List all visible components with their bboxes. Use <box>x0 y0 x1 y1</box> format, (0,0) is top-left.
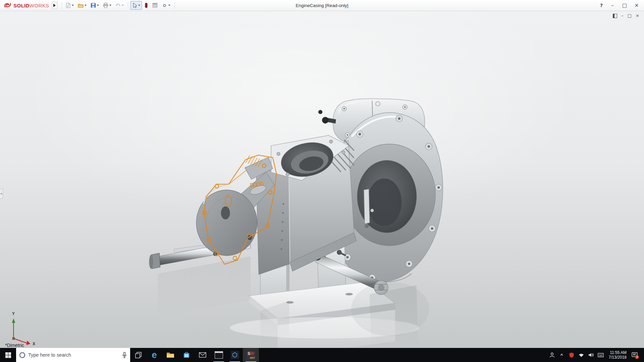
toolbar-separator <box>62 2 62 9</box>
file-explorer-icon <box>166 352 174 358</box>
solidworks-taskbar-button[interactable]: SW 2017 <box>243 348 259 362</box>
dropdown-caret-icon[interactable] <box>72 5 74 6</box>
triad-y-label: Y <box>12 311 15 316</box>
dropdown-caret-icon[interactable] <box>109 5 111 6</box>
mail-icon <box>199 352 206 358</box>
help-button[interactable]: ? <box>597 1 606 10</box>
viewport-canvas[interactable] <box>0 11 644 348</box>
print-icon <box>103 3 108 8</box>
mail-button[interactable] <box>195 348 211 362</box>
document-window-controls: – □ × <box>613 13 639 18</box>
clock-date: 7/13/2018 <box>609 355 627 360</box>
feature-panel-handle[interactable] <box>0 189 3 199</box>
design-table-button[interactable] <box>151 1 159 10</box>
logo-text: SOLIDWORKS <box>13 3 49 8</box>
logo-works: WORKS <box>30 3 49 8</box>
windows-taskbar: e SW 2017 <box>0 348 644 362</box>
solidworks-app-icon: SW 2017 <box>247 351 256 359</box>
toolbar <box>64 1 176 10</box>
panel-toggle-icon[interactable] <box>613 14 617 18</box>
sw-year-label: 2017 <box>250 357 255 359</box>
save-icon <box>91 3 96 8</box>
command-prompt-icon <box>215 351 223 359</box>
windows-logo-icon <box>5 352 11 358</box>
touch-keyboard-icon[interactable] <box>597 350 604 360</box>
task-view-icon <box>135 352 142 359</box>
people-icon[interactable] <box>548 350 556 360</box>
taskbar-clock[interactable]: 11:55 AM 7/13/2018 <box>607 350 629 360</box>
store-button[interactable] <box>178 348 195 362</box>
clock-time: 11:55 AM <box>609 350 627 355</box>
table-icon <box>152 3 158 8</box>
triad-x-label: X <box>33 342 35 346</box>
sw-letter-w: W <box>250 351 254 356</box>
cad-utility-icon <box>231 351 239 359</box>
window-controls: ? – □ × <box>597 1 642 10</box>
edge-icon: e <box>152 351 157 360</box>
edge-button[interactable]: e <box>146 348 162 362</box>
print-button[interactable] <box>101 1 113 10</box>
minimize-button[interactable]: – <box>607 1 618 10</box>
undo-icon <box>115 3 121 8</box>
toolbar-separator <box>174 2 175 9</box>
file-explorer-button[interactable] <box>162 348 178 362</box>
appearance-icon <box>144 3 148 8</box>
titlebar: SOLIDWORKS <box>0 0 644 11</box>
expand-arrow-icon <box>53 4 56 7</box>
view-orientation-label: *Dimetric <box>5 343 24 348</box>
open-button[interactable] <box>76 1 88 10</box>
new-document-icon <box>65 3 71 8</box>
ds-logo-icon <box>4 2 12 8</box>
start-button[interactable] <box>0 348 16 362</box>
search-input[interactable] <box>28 352 119 358</box>
select-tool-button[interactable] <box>130 1 142 10</box>
doc-close-button[interactable]: × <box>636 13 639 18</box>
network-icon[interactable] <box>578 350 585 360</box>
command-prompt-button[interactable] <box>211 348 227 362</box>
dropdown-caret-icon[interactable] <box>138 5 140 6</box>
close-button[interactable]: × <box>631 1 642 10</box>
notification-badge: 3 <box>635 355 639 359</box>
taskbar-search[interactable] <box>16 348 130 362</box>
new-document-button[interactable] <box>64 1 75 10</box>
task-view-button[interactable] <box>130 348 146 362</box>
menu-expand-button[interactable] <box>52 2 57 9</box>
undo-button[interactable] <box>114 1 125 10</box>
gear-icon <box>162 3 167 8</box>
dropdown-caret-icon[interactable] <box>122 5 124 6</box>
dropdown-caret-icon[interactable] <box>85 5 87 6</box>
toolbar-separator <box>128 2 128 9</box>
solidworks-logo: SOLIDWORKS <box>2 2 52 8</box>
tray-expand-chevron[interactable]: ^ <box>558 350 566 360</box>
action-center-button[interactable]: 3 <box>631 350 638 360</box>
dropdown-caret-icon[interactable] <box>168 5 170 6</box>
antivirus-shield-icon[interactable] <box>568 350 575 360</box>
chevron-up-icon: ^ <box>560 353 563 358</box>
graphics-viewport[interactable]: – □ × Y X *Dimetric <box>0 11 644 348</box>
microphone-icon[interactable] <box>122 352 127 358</box>
save-button[interactable] <box>89 1 101 10</box>
appearances-button[interactable] <box>143 1 150 10</box>
volume-icon[interactable] <box>587 350 595 360</box>
doc-restore-button[interactable]: □ <box>628 13 632 18</box>
restore-button[interactable]: □ <box>619 1 630 10</box>
options-button[interactable] <box>160 1 172 10</box>
cad-utility-button[interactable] <box>227 348 243 362</box>
cortana-icon <box>19 352 25 358</box>
dropdown-caret-icon[interactable] <box>97 5 99 6</box>
store-icon <box>183 351 190 359</box>
select-arrow-icon <box>132 3 137 8</box>
doc-minimize-button[interactable]: – <box>621 13 624 18</box>
logo-solid: SOLID <box>13 3 30 8</box>
system-tray: ^ 11:55 AM 7/13/2018 3 <box>548 348 644 362</box>
open-folder-icon <box>78 3 84 8</box>
